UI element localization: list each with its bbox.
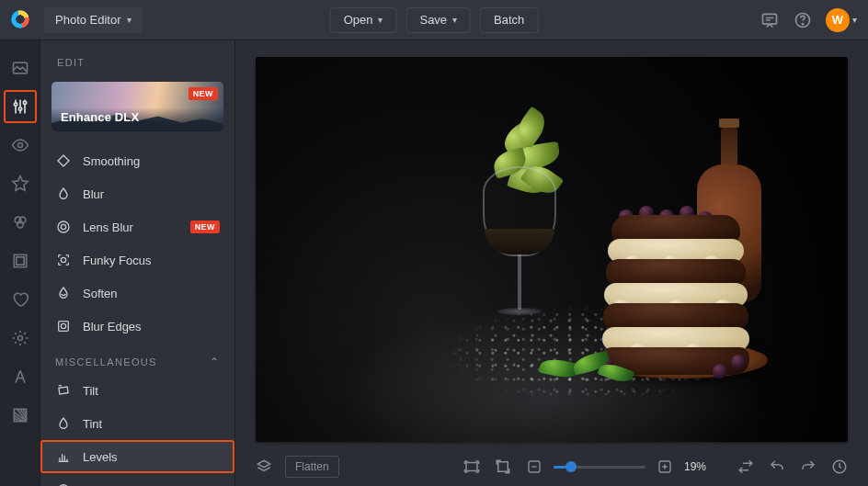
levels-icon — [55, 448, 72, 465]
rail-star-icon[interactable] — [9, 173, 31, 195]
tool-blur[interactable]: Blur — [40, 177, 234, 210]
svg-point-19 — [61, 323, 65, 328]
photo-glass — [457, 111, 567, 332]
new-badge: NEW — [190, 220, 220, 233]
rail-text-icon[interactable] — [9, 366, 31, 388]
svg-rect-23 — [466, 463, 477, 471]
zoom-in-icon[interactable] — [657, 458, 673, 475]
tool-levels[interactable]: Levels — [40, 440, 234, 473]
help-icon[interactable] — [793, 10, 813, 30]
actual-size-icon[interactable] — [495, 458, 511, 475]
tool-tilt[interactable]: Tilt — [40, 374, 234, 407]
rail-sliders-icon[interactable] — [9, 96, 31, 118]
aperture-icon — [55, 219, 72, 235]
rail-heart-icon[interactable] — [9, 288, 31, 311]
chevron-up-icon: ⌃ — [210, 356, 220, 368]
tool-blur-edges[interactable]: Blur Edges — [40, 310, 234, 343]
topbar: Photo Editor ▾ Open▾ Save▾ Batch W ▾ — [0, 0, 868, 40]
avatar: W — [826, 8, 850, 32]
svg-rect-0 — [763, 14, 777, 24]
tool-soften[interactable]: Soften — [40, 277, 234, 310]
photo-basil — [540, 349, 650, 386]
tool-color-mixer[interactable]: Color Mixer — [40, 473, 234, 486]
diamond-icon — [55, 153, 72, 169]
svg-point-4 — [14, 103, 17, 106]
open-button[interactable]: Open▾ — [330, 7, 397, 33]
svg-rect-20 — [59, 387, 68, 394]
color-mixer-icon — [55, 481, 72, 486]
tool-list: Smoothing Blur Lens Blur NEW Funky Focus… — [40, 144, 234, 343]
top-right: W ▾ — [760, 8, 857, 32]
misc-list: Tilt Tint Levels Color Mixer — [40, 374, 234, 486]
svg-rect-24 — [498, 462, 508, 472]
canvas[interactable] — [256, 57, 848, 442]
svg-rect-12 — [16, 257, 23, 265]
soften-icon — [55, 285, 72, 301]
flatten-button[interactable]: Flatten — [285, 456, 339, 478]
save-button[interactable]: Save▾ — [405, 7, 471, 33]
batch-button[interactable]: Batch — [480, 7, 538, 33]
rail-gear-icon[interactable] — [9, 327, 31, 349]
tool-smoothing[interactable]: Smoothing — [40, 144, 234, 177]
account-menu[interactable]: W ▾ — [826, 8, 857, 32]
rail-texture-icon[interactable] — [9, 404, 31, 426]
svg-point-16 — [61, 224, 65, 229]
tint-icon — [55, 415, 72, 432]
redo-icon[interactable] — [800, 458, 817, 475]
chevron-down-icon: ▾ — [852, 15, 857, 25]
tool-tint[interactable]: Tint — [40, 407, 234, 440]
rail-frame-icon[interactable] — [9, 250, 31, 272]
rail-eye-icon[interactable] — [9, 134, 31, 156]
rail-image-icon[interactable] — [9, 57, 31, 79]
svg-point-6 — [23, 101, 26, 104]
svg-point-15 — [58, 221, 69, 232]
zoom-out-icon[interactable] — [526, 458, 542, 475]
undo-icon[interactable] — [769, 458, 785, 475]
svg-point-7 — [17, 143, 22, 148]
svg-point-2 — [802, 23, 803, 24]
enhance-label: Enhance DLX — [61, 110, 139, 124]
svg-rect-18 — [59, 322, 69, 332]
drop-icon — [55, 186, 72, 202]
tilt-icon — [55, 382, 72, 399]
history-icon[interactable] — [831, 458, 848, 475]
focus-icon — [55, 252, 72, 268]
rail-effects-icon[interactable] — [9, 211, 31, 233]
zoom-controls: 19% — [526, 458, 723, 475]
fit-screen-icon[interactable] — [463, 458, 480, 475]
zoom-slider[interactable] — [554, 460, 645, 473]
rail-highlight — [4, 90, 37, 123]
svg-point-13 — [17, 336, 22, 341]
edit-sidebar: EDIT NEW Enhance DLX Smoothing Blur Lens… — [40, 40, 235, 486]
app-logo — [11, 10, 31, 30]
left-rail — [0, 40, 40, 486]
sidebar-title: EDIT — [40, 40, 234, 77]
svg-point-17 — [61, 257, 65, 262]
compare-icon[interactable] — [737, 458, 754, 475]
comments-icon[interactable] — [760, 10, 780, 30]
tool-funky-focus[interactable]: Funky Focus — [40, 243, 234, 277]
tool-lens-blur[interactable]: Lens Blur NEW — [40, 210, 234, 243]
new-badge: NEW — [188, 87, 218, 100]
canvas-area: Flatten — [235, 40, 868, 486]
svg-point-5 — [18, 107, 21, 110]
group-miscellaneous[interactable]: MISCELLANEOUS ⌃ — [40, 343, 234, 374]
mode-selector[interactable]: Photo Editor ▾ — [44, 7, 143, 33]
chevron-down-icon: ▾ — [127, 15, 131, 25]
chevron-down-icon: ▾ — [378, 15, 383, 25]
chevron-down-icon: ▾ — [452, 15, 457, 25]
zoom-percent: 19% — [684, 460, 723, 473]
mode-label: Photo Editor — [55, 13, 121, 27]
bottombar: Flatten — [235, 447, 868, 486]
layers-icon[interactable] — [256, 458, 272, 475]
edges-icon — [55, 318, 72, 334]
enhance-card[interactable]: NEW Enhance DLX — [51, 82, 223, 131]
top-center-actions: Open▾ Save▾ Batch — [330, 7, 539, 33]
